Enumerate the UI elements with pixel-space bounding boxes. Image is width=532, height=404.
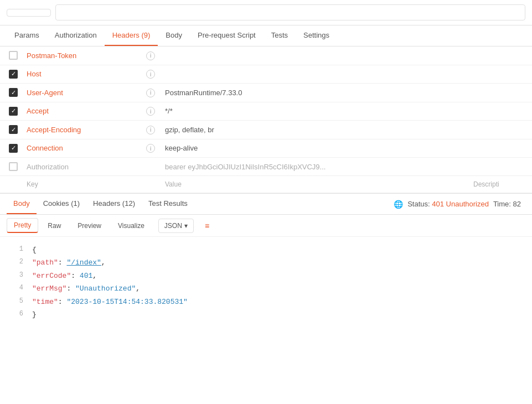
- header-value: [161, 46, 469, 65]
- format-btn-pretty[interactable]: Pretty: [7, 218, 38, 233]
- header-value: bearer eyJhbGciOiJIUzI1NiIsInR5cCI6IkpXV…: [161, 158, 469, 176]
- response-section: BodyCookies (1)Headers (12)Test Results …: [0, 193, 532, 328]
- header-value: gzip, deflate, br: [161, 121, 469, 139]
- json-string-val: "Unauthorized": [75, 284, 136, 293]
- tab-tests[interactable]: Tests: [264, 25, 296, 46]
- tab-body[interactable]: Body: [158, 25, 190, 46]
- info-cell: i: [144, 102, 161, 121]
- table-row: Accept i */*: [0, 102, 532, 121]
- line-number: 1: [7, 244, 23, 256]
- checkbox-cell: [0, 121, 22, 139]
- info-cell: i: [144, 84, 161, 102]
- table-row: User-Agent i PostmanRuntime/7.33.0: [0, 84, 532, 102]
- table-row: Postman-Token i: [0, 46, 532, 65]
- tab-settings[interactable]: Settings: [296, 25, 337, 46]
- header-desc: [469, 158, 532, 176]
- info-icon[interactable]: i: [146, 51, 155, 60]
- info-icon[interactable]: i: [146, 70, 155, 79]
- method-select[interactable]: [7, 9, 51, 17]
- json-viewer: 1{2"path": "/index",3"errCode": 401,4"er…: [0, 237, 532, 328]
- json-line: 1{: [0, 244, 532, 256]
- json-type-select[interactable]: JSON▾: [158, 219, 194, 233]
- json-colon: :: [58, 298, 67, 306]
- json-line: 3"errCode": 401,: [0, 270, 532, 282]
- info-icon[interactable]: i: [146, 89, 155, 97]
- format-bar: PrettyRawPreviewVisualizeJSON▾≡: [0, 215, 532, 237]
- json-key: "path": [32, 258, 58, 267]
- line-content: {: [32, 244, 525, 256]
- json-key: "time": [32, 298, 58, 306]
- table-row: Authorization bearer eyJhbGciOiJIUzI1NiI…: [0, 158, 532, 176]
- status-label: Status: 401 Unauthorized: [407, 200, 489, 208]
- line-content: "errCode": 401,: [32, 270, 525, 282]
- json-colon: :: [66, 284, 75, 293]
- json-brace: {: [32, 246, 37, 254]
- response-tab-headers[interactable]: Headers (12): [86, 194, 142, 214]
- table-row: Accept-Encoding i gzip, deflate, br: [0, 121, 532, 139]
- response-tab-body[interactable]: Body: [7, 194, 37, 214]
- headers-table-area: Postman-Token i Host i User-Agent i Post…: [0, 46, 532, 193]
- response-tab-testresults[interactable]: Test Results: [142, 194, 194, 214]
- header-desc: [469, 46, 532, 65]
- format-btn-raw[interactable]: Raw: [40, 219, 68, 233]
- line-content: "time": "2023-10-15T14:54:33.820531": [32, 296, 525, 308]
- row-checkbox[interactable]: [9, 88, 18, 97]
- info-cell: i: [144, 121, 161, 139]
- table-row: Host i: [0, 65, 532, 84]
- header-desc: [469, 102, 532, 121]
- header-key: Accept-Encoding: [22, 121, 144, 139]
- tab-authorization[interactable]: Authorization: [47, 25, 105, 46]
- row-checkbox[interactable]: [9, 70, 18, 79]
- line-content: "errMsg": "Unauthorized",: [32, 282, 525, 295]
- time-label: Time: 82: [493, 200, 521, 208]
- json-comma: ,: [101, 258, 106, 267]
- tab-prerequest[interactable]: Pre-request Script: [190, 25, 264, 46]
- row-checkbox[interactable]: [9, 162, 18, 171]
- header-value: PostmanRuntime/7.33.0: [161, 84, 469, 102]
- format-btn-visualize[interactable]: Visualize: [111, 219, 152, 233]
- col-key-header: Key: [22, 176, 144, 193]
- row-checkbox[interactable]: [9, 125, 18, 134]
- line-number: 3: [7, 270, 23, 282]
- wrap-button[interactable]: ≡: [200, 219, 214, 233]
- line-number: 2: [7, 256, 23, 269]
- header-value: keep-alive: [161, 139, 469, 158]
- tab-params[interactable]: Params: [7, 25, 47, 46]
- checkbox-cell: [0, 139, 22, 158]
- row-checkbox[interactable]: [9, 51, 18, 60]
- header-key: Host: [22, 65, 144, 84]
- header-desc: [469, 65, 532, 84]
- row-checkbox[interactable]: [9, 107, 18, 116]
- header-value: */*: [161, 102, 469, 121]
- col-info-header: [144, 176, 161, 193]
- info-icon[interactable]: i: [146, 144, 155, 153]
- header-key: User-Agent: [22, 84, 144, 102]
- checkbox-cell: [0, 84, 22, 102]
- response-tab-cookies[interactable]: Cookies (1): [37, 194, 86, 214]
- response-status: 🌐 Status: 401 Unauthorized Time: 82: [394, 200, 525, 209]
- wrap-icon: ≡: [205, 221, 209, 230]
- request-tabs: ParamsAuthorizationHeaders (9)BodyPre-re…: [0, 25, 532, 46]
- json-colon: :: [58, 258, 67, 267]
- tab-headers[interactable]: Headers (9): [105, 25, 158, 46]
- url-bar: [0, 0, 532, 25]
- checkbox-cell: [0, 46, 22, 65]
- url-input[interactable]: [55, 4, 525, 20]
- checkbox-cell: [0, 158, 22, 176]
- checkbox-cell: [0, 65, 22, 84]
- json-comma: ,: [92, 272, 97, 280]
- header-value: [161, 65, 469, 84]
- json-type-label: JSON: [164, 222, 182, 230]
- info-icon[interactable]: i: [146, 107, 155, 116]
- info-icon[interactable]: i: [146, 126, 155, 134]
- json-link[interactable]: "/index": [66, 258, 101, 267]
- header-desc: [469, 84, 532, 102]
- json-key: "errCode": [32, 272, 71, 280]
- headers-table: Postman-Token i Host i User-Agent i Post…: [0, 46, 532, 193]
- table-row: Key Value Descripti: [0, 176, 532, 193]
- json-colon: :: [71, 272, 80, 280]
- header-desc: [469, 121, 532, 139]
- format-btn-preview[interactable]: Preview: [70, 219, 109, 233]
- row-checkbox[interactable]: [9, 144, 18, 153]
- info-cell: i: [144, 139, 161, 158]
